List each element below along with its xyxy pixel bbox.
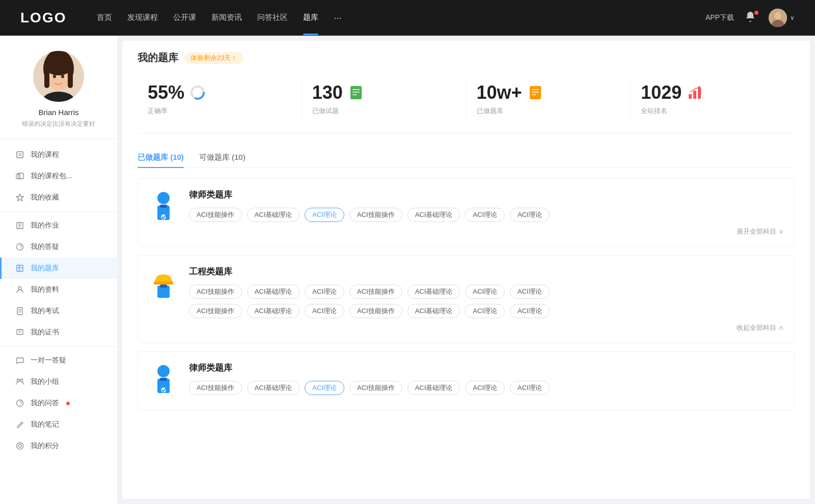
sidebar-item-favorites[interactable]: 我的收藏 [0,187,117,208]
tags-row-2b: ACI技能操作 ACI基础理论 ACI理论 ACI技能操作 ACI基础理论 AC… [189,304,784,318]
sidebar-item-my-cert[interactable]: 我的证书 [0,322,117,343]
tag[interactable]: ACI技能操作 [189,285,242,299]
tag[interactable]: ACI理论 [465,381,505,395]
stat-label-questions: 已做试题 [312,106,339,116]
sidebar-item-my-notes[interactable]: 我的笔记 [0,414,117,435]
svg-point-11 [61,75,64,78]
sidebar-item-my-qa[interactable]: ? 我的答疑 [0,236,117,258]
tag[interactable]: ACI理论 [465,304,505,318]
my-group-icon [15,377,24,386]
tag[interactable]: ACI理论 [465,208,505,222]
profile-motto: 错误的决定比没有决定要好 [22,120,95,128]
nav-more[interactable]: ··· [334,10,341,26]
sidebar-item-one-on-one[interactable]: 一对一答疑 [0,350,117,371]
tag[interactable]: ACI技能操作 [189,208,242,222]
tag[interactable]: ACI技能操作 [349,208,402,222]
main-content: 我的题库 体验剩余23天！ 55% 正确率 [122,41,810,499]
tag[interactable]: ACI理论 [305,304,344,318]
sidebar-item-my-group[interactable]: 我的小组 [0,371,117,393]
doc-orange-icon [527,85,544,101]
tag[interactable]: ACI技能操作 [349,381,402,395]
tag[interactable]: ACI理论 [305,285,344,299]
nav-opencourse[interactable]: 公开课 [173,10,196,26]
tag[interactable]: ACI理论 [510,208,550,222]
sidebar-item-label: 我的作业 [31,221,59,230]
chevron-down-icon: ∨ [790,14,795,21]
sidebar-item-my-exam[interactable]: 我的考试 [0,300,117,322]
notification-dot [754,11,758,15]
stat-value-banks: 10w+ [477,82,522,103]
tab-done-banks[interactable]: 已做题库 (10) [138,148,184,167]
donut-chart-icon [189,85,206,101]
tag[interactable]: ACI基础理论 [408,381,460,395]
tag[interactable]: ACI基础理论 [247,304,300,318]
tab-available-banks[interactable]: 可做题库 (10) [199,148,246,167]
tag[interactable]: ACI基础理论 [247,285,300,299]
svg-rect-58 [160,205,167,208]
notification-bell[interactable] [744,11,758,25]
sidebar-item-label: 我的收藏 [31,193,59,202]
tag[interactable]: ACI基础理论 [408,285,460,299]
qbank-header: 律师类题库 ACI技能操作 ACI基础理论 ACI理论 ACI技能操作 ACI基… [148,189,784,236]
sidebar-item-my-courses[interactable]: 我的课程 [0,144,117,165]
collapse-link-2[interactable]: 收起全部科目 ∧ [189,323,784,332]
tag[interactable]: ACI技能操作 [189,381,242,395]
svg-point-56 [157,192,170,204]
tag[interactable]: ACI理论 [510,285,550,299]
svg-rect-53 [693,91,696,99]
my-notes-icon [15,420,24,429]
tag[interactable]: ACI基础理论 [247,208,300,222]
tag[interactable]: ACI基础理论 [247,381,300,395]
svg-point-55 [698,86,700,88]
stat-top: 1029 [641,82,703,103]
qbank-content: 律师类题库 ACI技能操作 ACI基础理论 ACI理论 ACI技能操作 ACI基… [189,189,784,236]
sidebar-item-homework[interactable]: 我的作业 [0,215,117,236]
tag-active[interactable]: ACI理论 [305,208,344,222]
sidebar-item-my-points[interactable]: 我的积分 [0,435,117,457]
qbank-content-3: 律师类题库 ACI技能操作 ACI基础理论 ACI理论 ACI技能操作 ACI基… [189,362,784,400]
nav-discover[interactable]: 发现课程 [127,10,158,26]
app-download-button[interactable]: APP下载 [705,13,734,22]
expand-link-1[interactable]: 展开全部科目 ∨ [189,227,784,236]
stat-value-questions: 130 [312,82,343,103]
user-avatar [769,9,787,27]
svg-rect-9 [68,65,73,88]
sidebar-item-my-profile[interactable]: 我的资料 [0,279,117,300]
engineer-icon [148,266,179,301]
my-questions-icon: ? [15,399,24,408]
tag[interactable]: ACI技能操作 [349,285,402,299]
svg-point-63 [157,365,170,377]
profile-avatar [33,51,84,102]
tag[interactable]: ACI理论 [465,285,505,299]
user-avatar-menu[interactable]: ∨ [769,9,795,27]
qbank-section-lawyer-1: 律师类题库 ACI技能操作 ACI基础理论 ACI理论 ACI技能操作 ACI基… [138,178,795,247]
svg-rect-44 [350,86,362,99]
sidebar-item-question-bank[interactable]: 我的题库 [0,258,117,279]
tags-row-2a: ACI技能操作 ACI基础理论 ACI理论 ACI技能操作 ACI基础理论 AC… [189,285,784,299]
nav-home[interactable]: 首页 [97,10,112,26]
divider [0,211,117,212]
nav-questionbank[interactable]: 题库 [303,10,318,26]
sidebar-item-label: 我的小组 [31,377,59,386]
tag[interactable]: ACI技能操作 [189,304,242,318]
tag[interactable]: ACI理论 [510,304,550,318]
stat-questions-done: 130 已做试题 [302,77,467,121]
qbank-content-2: 工程类题库 ACI技能操作 ACI基础理论 ACI理论 ACI技能操作 ACI基… [189,266,784,332]
nav-qa[interactable]: 问答社区 [257,10,288,26]
tag-active[interactable]: ACI理论 [305,381,344,395]
my-qa-icon: ? [15,242,24,251]
my-exam-icon [15,306,24,316]
sidebar-item-course-pack[interactable]: 我的课程包... [0,165,117,187]
logo[interactable]: LOGO [20,10,66,26]
tag[interactable]: ACI基础理论 [408,208,460,222]
qbank-section-lawyer-2: 律师类题库 ACI技能操作 ACI基础理论 ACI理论 ACI技能操作 ACI基… [138,351,795,411]
profile-section: Brian Harris 错误的决定比没有决定要好 [0,51,117,139]
tag[interactable]: ACI基础理论 [408,304,460,318]
sidebar-item-label: 我的题库 [31,264,59,273]
sidebar-item-label: 我的课程 [31,150,59,159]
svg-rect-54 [698,88,701,99]
tag[interactable]: ACI技能操作 [349,304,402,318]
tag[interactable]: ACI理论 [510,381,550,395]
sidebar-item-my-questions[interactable]: ? 我的问答 [0,393,117,414]
nav-news[interactable]: 新闻资讯 [211,10,242,26]
